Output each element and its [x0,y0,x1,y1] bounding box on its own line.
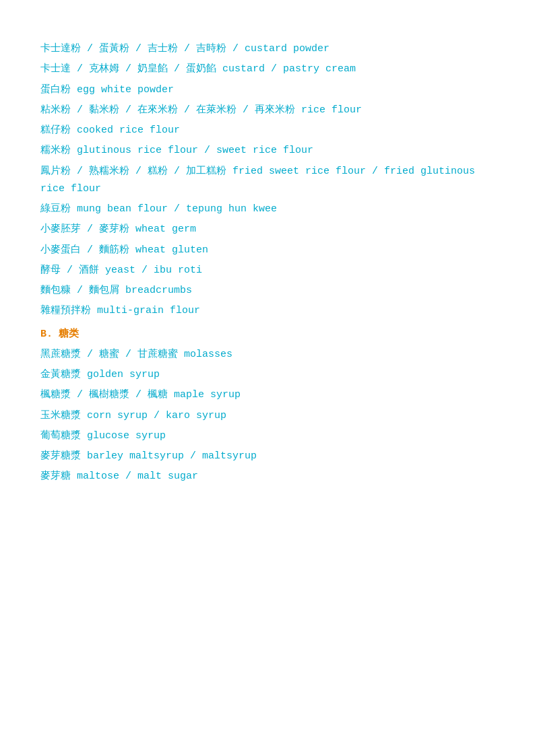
entry-11: 酵母 / 酒餅 yeast / ibu roti [40,262,495,279]
entry-18: 玉米糖漿 corn syrup / karo syrup [40,407,495,425]
entry-2: 卡士達 / 克林姆 / 奶皇餡 / 蛋奶餡 custard / pastry c… [40,61,495,78]
entry-9: 小麥胚芽 / 麥芽粉 wheat germ [40,221,495,238]
entry-7: 鳳片粉 / 熟糯米粉 / 糕粉 / 加工糕粉 fried sweet rice … [40,163,495,199]
entry-17: 楓糖漿 / 楓樹糖漿 / 楓糖 maple syrup [40,386,495,404]
entry-16: 金黃糖漿 golden syrup [40,366,495,384]
entry-1: 卡士達粉 / 蛋黃粉 / 吉士粉 / 吉時粉 / custard powder [40,40,495,58]
entry-6: 糯米粉 glutinous rice flour / sweet rice fl… [40,142,495,160]
entry-4: 粘米粉 / 黏米粉 / 在來米粉 / 在萊米粉 / 再來米粉 rice flou… [40,102,495,119]
entry-3: 蛋白粉 egg white powder [40,81,495,99]
entry-5: 糕仔粉 cooked rice flour [40,122,495,139]
entry-12: 麵包糠 / 麵包屑 breadcrumbs [40,282,495,300]
entry-19: 葡萄糖漿 glucose syrup [40,427,495,445]
entry-15: 黑蔗糖漿 / 糖蜜 / 甘蔗糖蜜 molasses [40,346,495,364]
entry-14: B. 糖类 [40,326,495,343]
entry-8: 綠豆粉 mung bean flour / tepung hun kwee [40,201,495,218]
entry-21: 麥芽糖 maltose / malt sugar [40,468,495,485]
entry-13: 雜糧預拌粉 multi-grain flour [40,302,495,320]
entry-20: 麥芽糖漿 barley maltsyrup / maltsyrup [40,448,495,465]
content-area: 卡士達粉 / 蛋黃粉 / 吉士粉 / 吉時粉 / custard powder卡… [40,40,495,486]
entry-10: 小麥蛋白 / 麵筋粉 wheat gluten [40,242,495,259]
